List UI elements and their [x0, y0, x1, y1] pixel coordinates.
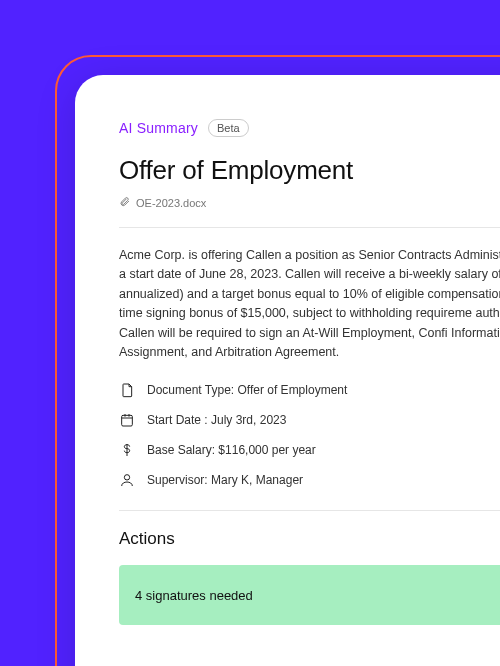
person-icon — [119, 472, 135, 488]
signature-action-bar: 4 signatures needed Open Docum — [119, 565, 500, 625]
document-title: Offer of Employment — [119, 155, 500, 186]
meta-text: Supervisor: Mary K, Manager — [147, 473, 303, 487]
actions-heading: Actions — [119, 529, 500, 549]
meta-base-salary: Base Salary: $116,000 per year — [119, 442, 500, 458]
attachment-icon — [119, 196, 130, 209]
svg-point-1 — [124, 475, 129, 480]
document-meta-list: Document Type: Offer of Employment Start… — [119, 382, 500, 488]
divider — [119, 227, 500, 228]
meta-supervisor: Supervisor: Mary K, Manager — [119, 472, 500, 488]
ai-summary-body: Acme Corp. is offering Callen a position… — [119, 246, 500, 362]
meta-text: Start Date : July 3rd, 2023 — [147, 413, 286, 427]
ai-summary-header: AI Summary Beta — [119, 119, 500, 137]
divider — [119, 510, 500, 511]
svg-rect-0 — [122, 416, 133, 427]
dollar-icon — [119, 442, 135, 458]
ai-summary-label: AI Summary — [119, 120, 198, 136]
document-icon — [119, 382, 135, 398]
meta-start-date: Start Date : July 3rd, 2023 — [119, 412, 500, 428]
calendar-icon — [119, 412, 135, 428]
source-file-row: OE-2023.docx — [119, 196, 500, 209]
signatures-needed-text: 4 signatures needed — [135, 588, 253, 603]
app-card: AI Summary Beta Offer of Employment OE-2… — [75, 75, 500, 666]
meta-text: Document Type: Offer of Employment — [147, 383, 347, 397]
source-filename: OE-2023.docx — [136, 197, 206, 209]
meta-text: Base Salary: $116,000 per year — [147, 443, 316, 457]
beta-badge: Beta — [208, 119, 249, 137]
meta-document-type: Document Type: Offer of Employment — [119, 382, 500, 398]
